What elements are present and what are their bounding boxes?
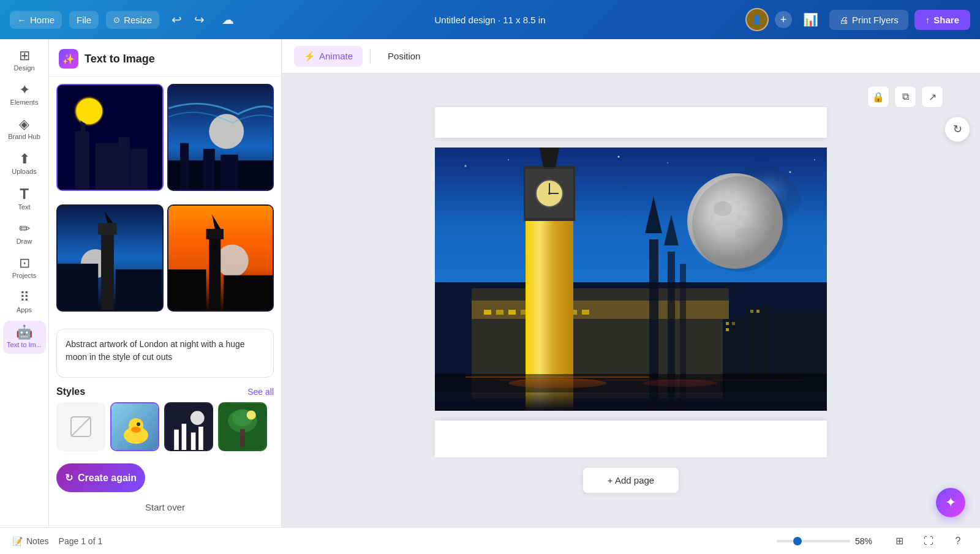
main-layout: ⊞ Design ✦ Elements ◈ Brand Hub ⬆ Upload… (0, 39, 980, 527)
share-label: Share (933, 15, 959, 25)
svg-rect-4 (96, 143, 119, 190)
svg-rect-39 (182, 424, 187, 450)
prompt-textarea[interactable]: Abstract artwork of London at night with… (56, 329, 274, 378)
canvas-wrapper: + Add page (435, 107, 827, 493)
svg-rect-37 (165, 403, 212, 450)
svg-point-94 (465, 165, 467, 167)
svg-point-96 (618, 156, 620, 158)
start-over-button[interactable]: Start over (49, 497, 281, 517)
save-cloud-button[interactable]: ☁ (217, 10, 239, 29)
svg-rect-21 (58, 264, 98, 310)
regenerate-button[interactable]: ↻ (944, 116, 970, 142)
sidebar-item-uploads[interactable]: ⬆ Uploads (3, 148, 46, 181)
svg-point-97 (667, 162, 668, 163)
avatar[interactable]: 👤 (745, 8, 769, 31)
canvas-main-image[interactable] (435, 148, 827, 411)
sidebar-item-text[interactable]: T Text (3, 182, 46, 216)
styles-row (49, 402, 281, 459)
resize-button[interactable]: ⊙ Resize (106, 11, 159, 29)
svg-rect-28 (168, 269, 206, 310)
svg-rect-2 (75, 132, 89, 190)
brand-hub-icon: ◈ (19, 118, 29, 131)
add-page-label: + Add page (608, 475, 654, 485)
sidebar-item-projects[interactable]: ⊡ Projects (3, 252, 46, 285)
generated-image-2[interactable] (167, 84, 274, 191)
sidebar-item-apps[interactable]: ⠿ Apps (3, 286, 46, 319)
style-none[interactable] (56, 402, 105, 451)
generated-image-4-inner (168, 206, 273, 310)
add-page-button[interactable]: + Add page (582, 467, 679, 493)
canvas-bleed-bottom (435, 421, 827, 457)
svg-point-42 (190, 411, 205, 425)
back-home-button[interactable]: ← Home (10, 11, 62, 29)
style-photorealistic[interactable] (110, 402, 159, 451)
svg-rect-89 (435, 374, 827, 392)
generated-image-1[interactable] (56, 84, 164, 191)
svg-rect-81 (723, 319, 744, 411)
svg-rect-59 (496, 310, 503, 315)
styles-title: Styles (56, 386, 85, 397)
animate-button[interactable]: ⚡ Animate (294, 46, 363, 67)
elements-label: Elements (10, 99, 39, 107)
sidebar-item-elements[interactable]: ✦ Elements (3, 78, 46, 111)
sidebar-item-draw[interactable]: ✏ Draw (3, 217, 46, 250)
position-label: Position (388, 51, 420, 61)
share-button[interactable]: ↑ Share (914, 10, 970, 30)
fullscreen-button[interactable]: ⛶ (919, 531, 938, 551)
brand-hub-label: Brand Hub (8, 133, 40, 141)
apps-icon: ⠿ (20, 291, 29, 304)
help-button[interactable]: ? (948, 531, 968, 551)
svg-rect-19 (98, 223, 116, 234)
panel-header: ✨ Text to Image (49, 39, 281, 77)
svg-rect-83 (732, 322, 735, 325)
grid-view-button[interactable]: ⊞ (889, 531, 909, 551)
svg-rect-58 (484, 310, 491, 315)
svg-rect-85 (747, 307, 772, 411)
generated-images-grid (49, 77, 281, 329)
notes-label: Notes (26, 536, 49, 546)
lock-button[interactable]: 🔒 (867, 86, 889, 108)
generated-image-4[interactable] (167, 204, 274, 312)
redo-button[interactable]: ↪ (189, 10, 209, 29)
canvas-bleed-top (435, 107, 827, 138)
uploads-label: Uploads (12, 168, 36, 176)
create-again-label: Create again (78, 473, 137, 484)
zoom-slider[interactable] (777, 540, 850, 542)
canvas-content: 🔒 ⧉ ↗ ↻ (282, 73, 980, 527)
apps-label: Apps (17, 306, 32, 314)
generated-image-3[interactable] (56, 204, 164, 312)
ai-assistant-button[interactable]: ✦ (936, 488, 965, 517)
add-collaborator-button[interactable]: + (775, 11, 792, 28)
notes-icon: 📝 (12, 536, 23, 546)
start-over-label: Start over (145, 502, 185, 512)
style-artistic[interactable] (218, 402, 267, 451)
svg-rect-6 (130, 149, 147, 189)
style-minimalist[interactable] (164, 402, 213, 451)
home-label: Home (30, 15, 55, 25)
svg-rect-86 (750, 310, 753, 313)
styles-header: Styles See all (49, 386, 281, 402)
text-label: Text (18, 203, 30, 211)
create-again-button[interactable]: ↻ Create again (56, 463, 145, 492)
file-button[interactable]: File (69, 11, 99, 29)
svg-rect-13 (179, 143, 188, 190)
svg-rect-78 (668, 252, 675, 411)
topbar-right: 👤 + 📊 🖨 Print Flyers ↑ Share (745, 8, 970, 31)
sidebar-item-brand-hub[interactable]: ◈ Brand Hub (3, 113, 46, 146)
back-icon: ← (17, 15, 26, 25)
sidebar-item-text-to-image[interactable]: 🤖 Text to Im... (3, 321, 46, 354)
position-button[interactable]: Position (378, 46, 430, 66)
print-flyers-button[interactable]: 🖨 Print Flyers (829, 10, 908, 30)
see-all-button[interactable]: See all (247, 387, 274, 397)
statusbar: 📝 Notes Page 1 of 1 58% ⊞ ⛶ ? (0, 527, 980, 554)
sidebar-item-design[interactable]: ⊞ Design (3, 44, 46, 77)
left-panel: ✨ Text to Image (49, 39, 282, 527)
generated-image-3-inner (58, 206, 162, 310)
notes-button[interactable]: 📝 Notes (12, 536, 49, 546)
undo-button[interactable]: ↩ (167, 10, 187, 29)
analytics-button[interactable]: 📊 (798, 10, 823, 29)
export-button[interactable]: ↗ (921, 86, 943, 108)
text-icon: T (20, 187, 29, 201)
design-label: Design (13, 64, 34, 72)
duplicate-button[interactable]: ⧉ (894, 86, 916, 108)
